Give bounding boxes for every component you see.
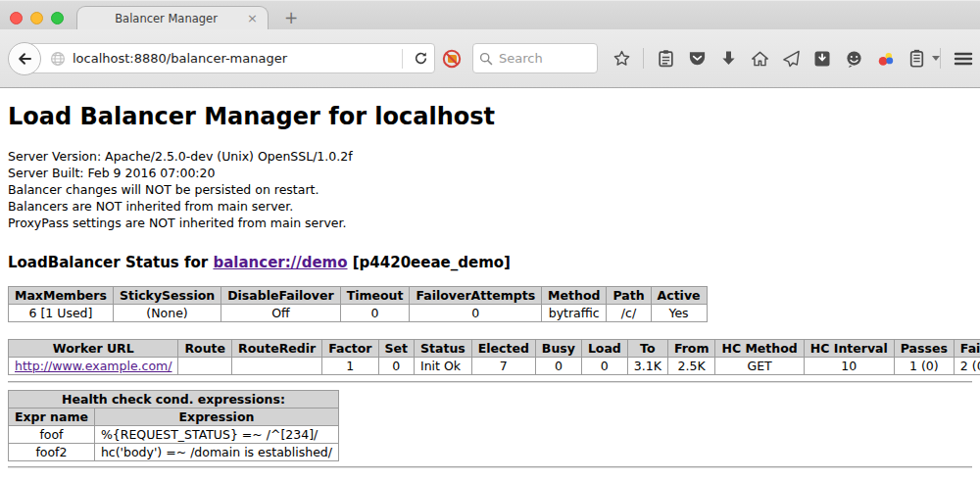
search-input[interactable] — [497, 50, 591, 67]
table-cell: foof — [9, 426, 95, 444]
toolbar-right-group — [940, 48, 980, 69]
table-cell: 10 — [804, 358, 894, 375]
column-header: To — [627, 340, 667, 358]
table-cell: 2.5K — [667, 358, 715, 375]
clipboard-icon[interactable] — [656, 49, 675, 69]
column-header: Status — [415, 340, 472, 358]
urlbar-divider — [402, 49, 403, 69]
column-header: Expr name — [9, 409, 95, 426]
worker-url-link[interactable]: http://www.example.com/ — [15, 359, 172, 373]
table-cell: 6 [1 Used] — [9, 305, 114, 322]
table-cell: foof2 — [9, 444, 95, 461]
proxypass-notice-line: ProxyPass settings are NOT inherited fro… — [8, 215, 972, 231]
site-identity-globe-icon[interactable] — [50, 51, 66, 67]
table-cell: http://www.example.com/ — [9, 358, 178, 375]
table-header-row: Worker URL Route RouteRedir Factor Set S… — [9, 340, 980, 358]
colored-dots-extension-icon[interactable] — [875, 49, 895, 69]
column-header: Method — [542, 287, 607, 305]
balancer-summary-table: MaxMembers StickySession DisableFailover… — [8, 286, 708, 322]
back-arrow-icon — [17, 51, 32, 67]
table-cell: /c/ — [607, 305, 651, 322]
url-bar[interactable]: localhost:8880/balancer-manager — [27, 43, 435, 73]
table-row: 6 [1 Used] (None) Off 0 0 bytraffic /c/ … — [9, 305, 708, 322]
battery-extension-icon[interactable] — [906, 49, 926, 69]
worker-table: Worker URL Route RouteRedir Factor Set S… — [8, 339, 980, 375]
table-cell: 2 (0) — [954, 358, 980, 375]
send-plane-icon[interactable] — [781, 49, 801, 69]
column-header: Elected — [471, 340, 535, 358]
health-table-title: Health check cond. expressions: — [9, 391, 339, 409]
table-cell: 0 — [340, 305, 410, 322]
download-box-icon[interactable] — [812, 49, 832, 69]
bookmark-star-icon[interactable] — [612, 49, 631, 69]
table-cell — [232, 358, 322, 375]
plugin-blocked-button[interactable] — [441, 46, 463, 72]
table-header-row: Expr name Expression — [9, 409, 339, 426]
column-header: MaxMembers — [9, 287, 114, 305]
menu-hamburger-icon[interactable] — [954, 49, 973, 69]
column-header: Timeout — [340, 287, 410, 305]
table-cell: 0 — [410, 305, 542, 322]
search-box[interactable] — [472, 43, 598, 73]
downloads-icon[interactable] — [718, 49, 738, 69]
column-header: Path — [607, 287, 651, 305]
toolbar-buttons — [612, 48, 940, 69]
table-header-row: Health check cond. expressions: — [9, 391, 339, 409]
new-tab-button[interactable]: + — [284, 10, 298, 26]
status-heading-prefix: LoadBalancer Status for — [8, 254, 213, 271]
tab-close-icon[interactable]: × — [246, 12, 259, 24]
window-controls — [10, 12, 64, 24]
column-header: Load — [581, 340, 627, 358]
table-cell: 1 — [322, 358, 378, 375]
table-cell: 0 — [581, 358, 627, 375]
column-header: Busy — [535, 340, 581, 358]
search-icon — [479, 52, 493, 66]
persist-notice-line: Balancer changes will NOT be persisted o… — [8, 181, 972, 198]
chevron-down-icon[interactable] — [932, 56, 940, 61]
health-check-table: Health check cond. expressions: Expr nam… — [8, 390, 339, 461]
table-cell: %{REQUEST_STATUS} =~ /^[234]/ — [94, 426, 338, 444]
column-header: HC Method — [715, 340, 804, 358]
feedback-smiley-icon[interactable] — [844, 49, 863, 69]
column-header: StickySession — [113, 287, 220, 305]
column-header: Active — [651, 287, 707, 305]
column-header: From — [667, 340, 715, 358]
navigation-toolbar: localhost:8880/balancer-manager — [0, 29, 980, 88]
zoom-window-button[interactable] — [51, 12, 64, 24]
inherit-notice-line: Balancers are NOT inherited from main se… — [8, 198, 972, 215]
table-cell: 0 — [535, 358, 581, 375]
page-content: Load Balancer Manager for localhost Serv… — [0, 88, 980, 480]
pocket-icon[interactable] — [687, 49, 707, 69]
column-header: Passes — [894, 340, 954, 358]
column-header: Route — [178, 340, 232, 358]
table-cell: 7 — [471, 358, 535, 375]
table-row: http://www.example.com/ 1 0 Init Ok 7 0 … — [9, 358, 980, 375]
table-cell — [178, 358, 232, 375]
tab-title: Balancer Manager — [86, 12, 246, 25]
table-header-row: MaxMembers StickySession DisableFailover… — [9, 287, 708, 305]
close-window-button[interactable] — [10, 12, 23, 24]
server-version-line: Server Version: Apache/2.5.0-dev (Unix) … — [8, 148, 972, 165]
column-header: Worker URL — [9, 340, 178, 358]
home-icon[interactable] — [750, 49, 769, 69]
tab-bar: Balancer Manager × + — [0, 0, 980, 29]
minimize-window-button[interactable] — [30, 12, 43, 24]
table-cell: 0 — [378, 358, 414, 375]
balancer-demo-link[interactable]: balancer://demo — [213, 254, 347, 271]
table-cell: Init Ok — [415, 358, 472, 375]
browser-window: Balancer Manager × + localhost:8880/bala… — [0, 0, 980, 481]
column-header: Expression — [94, 409, 338, 426]
url-input[interactable]: localhost:8880/balancer-manager — [73, 51, 398, 66]
section-divider — [8, 381, 972, 383]
column-header: Fails — [954, 340, 980, 358]
tab-balancer-manager[interactable]: Balancer Manager × — [76, 6, 269, 29]
bottom-divider — [8, 466, 972, 468]
table-cell: GET — [715, 358, 804, 375]
table-cell: bytraffic — [542, 305, 607, 322]
reload-button[interactable] — [407, 45, 434, 72]
column-header: FailoverAttempts — [410, 287, 542, 305]
table-cell: hc('body') =~ /domain is established/ — [94, 444, 338, 461]
column-header: Factor — [322, 340, 378, 358]
back-button[interactable] — [8, 42, 41, 75]
column-header: RouteRedir — [232, 340, 322, 358]
